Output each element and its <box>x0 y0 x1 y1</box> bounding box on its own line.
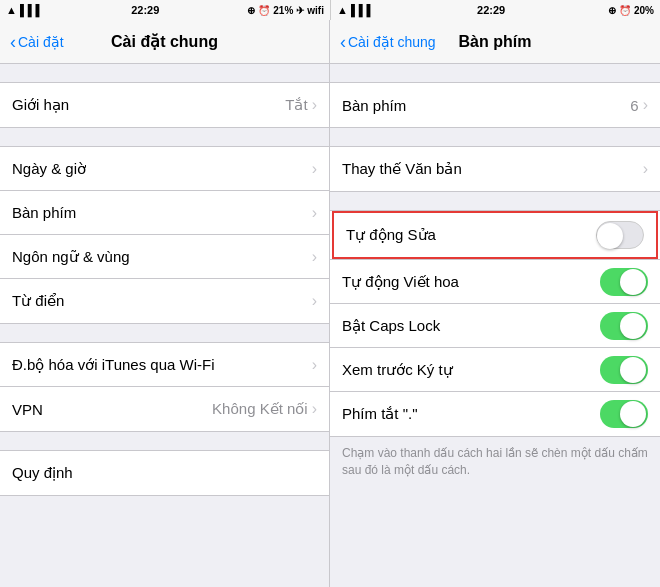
highlight-box: Tự động Sửa <box>332 211 658 259</box>
tu-dong-viet-hoa-label: Tự động Viết hoa <box>342 273 459 291</box>
location-icon: ⊕ <box>247 5 255 16</box>
right-time: 22:29 <box>477 4 505 16</box>
main-content: ‹ Cài đặt Cài đặt chung Giới hạn Tắt › N… <box>0 20 660 587</box>
vpn-value: Không Kết nối <box>212 400 308 418</box>
right-status-bar: ▲ ▌▌▌ 22:29 ⊕ ⏰ 20% <box>330 0 660 20</box>
right-panel: ‹ Cài đặt chung Bàn phím Bàn phím 6 › Th… <box>330 20 660 587</box>
left-nav-title: Cài đặt chung <box>111 32 218 51</box>
spacer-1 <box>0 64 329 82</box>
bat-caps-lock-toggle[interactable] <box>600 312 648 340</box>
spacer-4 <box>0 432 329 450</box>
ngon-ngu-chevron: › <box>312 248 317 266</box>
left-back-button[interactable]: ‹ Cài đặt <box>10 33 64 51</box>
left-back-chevron: ‹ <box>10 33 16 51</box>
left-group-4: Quy định <box>0 450 329 496</box>
ban-phim-right-right: 6 › <box>630 96 648 114</box>
left-group-2: Ngày & giờ › Bàn phím › Ngôn ngữ & vùng … <box>0 146 329 324</box>
dong-bo-right: › <box>312 356 317 374</box>
right-toggle-group: Tự động Sửa Tự động Viết hoa Bật Caps Lo… <box>330 210 660 437</box>
row-gioi-han[interactable]: Giới hạn Tắt › <box>0 83 329 127</box>
row-thay-the[interactable]: Thay thế Văn bản › <box>330 147 660 191</box>
bat-caps-lock-knob <box>620 313 646 339</box>
tu-dien-right: › <box>312 292 317 310</box>
left-battery-pct: 21% <box>273 5 293 16</box>
tu-dong-viet-hoa-toggle[interactable] <box>600 268 648 296</box>
ban-phim-right-chevron: › <box>643 96 648 114</box>
right-spacer-2 <box>330 128 660 146</box>
row-ban-phim-left[interactable]: Bàn phím › <box>0 191 329 235</box>
left-status-bar: ▲ ▌▌▌ 22:29 ⊕ ⏰ 21% ✈ wifi <box>0 0 330 20</box>
gioi-han-label: Giới hạn <box>12 96 69 114</box>
tu-dong-sua-knob <box>597 223 623 249</box>
dong-bo-chevron: › <box>312 356 317 374</box>
spacer-2 <box>0 128 329 146</box>
thay-the-right: › <box>643 160 648 178</box>
right-nav-bar: ‹ Cài đặt chung Bàn phím <box>330 20 660 64</box>
xem-truoc-knob <box>620 357 646 383</box>
left-back-label: Cài đặt <box>18 34 64 50</box>
vpn-chevron: › <box>312 400 317 418</box>
vpn-label: VPN <box>12 401 43 418</box>
left-battery-area: ⊕ ⏰ 21% ✈ wifi <box>247 5 324 16</box>
ngay-gio-chevron: › <box>312 160 317 178</box>
quy-dinh-label: Quy định <box>12 464 73 482</box>
right-battery-pct: 20% <box>634 5 654 16</box>
location2-icon: ⊕ <box>608 5 616 16</box>
phim-tat-label: Phím tắt "." <box>342 405 418 423</box>
row-bat-caps-lock[interactable]: Bật Caps Lock <box>330 304 660 348</box>
xem-truoc-label: Xem trước Ký tự <box>342 361 453 379</box>
row-tu-dong-viet-hoa[interactable]: Tự động Viết hoa <box>330 260 660 304</box>
left-signal-icons: ▲ ▌▌▌ <box>6 4 43 16</box>
ban-phim-left-right: › <box>312 204 317 222</box>
ngon-ngu-right: › <box>312 248 317 266</box>
right-back-button[interactable]: ‹ Cài đặt chung <box>340 33 436 51</box>
thay-the-label: Thay thế Văn bản <box>342 160 462 178</box>
row-vpn[interactable]: VPN Không Kết nối › <box>0 387 329 431</box>
tu-dien-chevron: › <box>312 292 317 310</box>
dong-bo-label: Đ.bộ hóa với iTunes qua Wi-Fi <box>12 356 215 374</box>
tu-dong-viet-hoa-knob <box>620 269 646 295</box>
row-ngon-ngu[interactable]: Ngôn ngữ & vùng › <box>0 235 329 279</box>
spacer-3 <box>0 324 329 342</box>
ngay-gio-right: › <box>312 160 317 178</box>
right-back-label: Cài đặt chung <box>348 34 436 50</box>
ngon-ngu-label: Ngôn ngữ & vùng <box>12 248 130 266</box>
signal2-icon: ▌▌▌ <box>351 4 374 16</box>
wifi2-icon: wifi <box>307 5 324 16</box>
right-group-thay-the: Thay thế Văn bản › <box>330 146 660 192</box>
left-group-1: Giới hạn Tắt › <box>0 82 329 128</box>
right-group-ban-phim: Bàn phím 6 › <box>330 82 660 128</box>
row-xem-truoc[interactable]: Xem trước Ký tự <box>330 348 660 392</box>
row-dong-bo[interactable]: Đ.bộ hóa với iTunes qua Wi-Fi › <box>0 343 329 387</box>
left-nav-bar: ‹ Cài đặt Cài đặt chung <box>0 20 329 64</box>
left-time: 22:29 <box>131 4 159 16</box>
right-signal-icons: ▲ ▌▌▌ <box>337 4 374 16</box>
left-panel: ‹ Cài đặt Cài đặt chung Giới hạn Tắt › N… <box>0 20 330 587</box>
xem-truoc-toggle[interactable] <box>600 356 648 384</box>
tu-dong-sua-toggle[interactable] <box>596 221 644 249</box>
vpn-right: Không Kết nối › <box>212 400 317 418</box>
gioi-han-chevron: › <box>312 96 317 114</box>
left-group-3: Đ.bộ hóa với iTunes qua Wi-Fi › VPN Khôn… <box>0 342 329 432</box>
row-ban-phim-right[interactable]: Bàn phím 6 › <box>330 83 660 127</box>
ban-phim-value: 6 <box>630 97 638 114</box>
gioi-han-value: Tắt <box>285 96 307 114</box>
right-spacer-1 <box>330 64 660 82</box>
alarm-icon: ⏰ <box>258 5 270 16</box>
right-back-chevron: ‹ <box>340 33 346 51</box>
footnote-text: Chạm vào thanh dấu cách hai lần sẽ chèn … <box>342 446 648 477</box>
row-phim-tat[interactable]: Phím tắt "." <box>330 392 660 436</box>
ban-phim-right-label: Bàn phím <box>342 97 406 114</box>
ban-phim-left-chevron: › <box>312 204 317 222</box>
right-battery-area: ⊕ ⏰ 20% <box>608 5 654 16</box>
row-ngay-gio[interactable]: Ngày & giờ › <box>0 147 329 191</box>
row-tu-dong-sua[interactable]: Tự động Sửa <box>334 213 656 257</box>
airplane-icon: ✈ <box>296 5 304 16</box>
ban-phim-left-label: Bàn phím <box>12 204 76 221</box>
alarm2-icon: ⏰ <box>619 5 631 16</box>
wifi-icon2: ▲ <box>337 4 348 16</box>
row-tu-dien[interactable]: Từ điển › <box>0 279 329 323</box>
phim-tat-toggle[interactable] <box>600 400 648 428</box>
row-quy-dinh[interactable]: Quy định <box>0 451 329 495</box>
right-spacer-3 <box>330 192 660 210</box>
